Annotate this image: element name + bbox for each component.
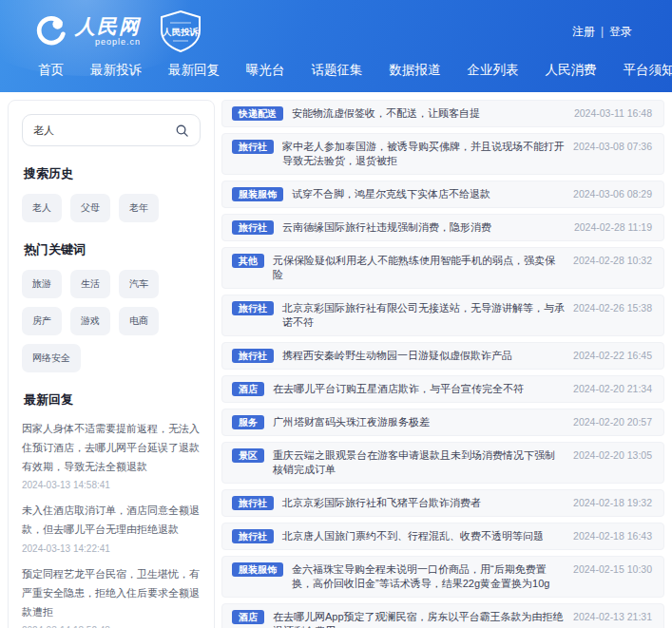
complaint-row[interactable]: 旅行社 携程西安秦岭野生动物园一日游疑似虚假欺诈产品 2024-02-22 16… — [221, 342, 664, 370]
search-box — [22, 114, 201, 146]
complaint-row[interactable]: 旅行社 云南德缘国际旅行社违规强制消费，隐形消费 2024-02-28 11:1… — [221, 214, 664, 241]
auth-links: 注册 | 登录 — [572, 24, 632, 40]
complaint-title: 安能物流虚假签收，不配送，让顾客自提 — [292, 106, 566, 121]
nav-item-latest-complaints[interactable]: 最新投诉 — [90, 62, 142, 79]
category-badge: 其他 — [232, 254, 264, 268]
keyword-tag[interactable]: 网络安全 — [22, 344, 81, 372]
complaint-row[interactable]: 酒店 在去哪儿平台订购五星酒店欺诈，与平台宣传完全不符 2024-02-20 2… — [221, 375, 664, 403]
category-badge: 服务 — [232, 415, 264, 429]
sidebar: 搜索历史 老人 父母 老年 热门关键词 旅游 生活 汽车 房产 游戏 电商 网络… — [8, 100, 215, 628]
reply-item[interactable]: 因家人身体不适需要提前返程，无法入住预订酒店，去哪儿网平台延误了退款有效期，导致… — [22, 420, 201, 490]
complaint-list: 快递配送 安能物流虚假签收，不配送，让顾客自提 2024-03-11 16:48… — [221, 100, 664, 628]
register-link[interactable]: 注册 — [572, 24, 595, 40]
search-icon[interactable] — [175, 124, 189, 138]
complaint-title: 家中老人参加泰国游，被诱导购买佛牌，并且说现场不能打开导致无法验货，退货被拒 — [282, 140, 565, 168]
hot-keyword-tags: 旅游 生活 汽车 房产 游戏 电商 网络安全 — [22, 270, 201, 372]
nav-item-latest-replies[interactable]: 最新回复 — [168, 62, 220, 79]
keyword-tag[interactable]: 汽车 — [119, 270, 159, 298]
category-badge: 旅行社 — [232, 220, 274, 235]
login-link[interactable]: 登录 — [609, 24, 632, 40]
complaint-title: 北京京彩国际旅行社和飞猪平台欺诈消费者 — [282, 496, 565, 510]
hot-keywords-title: 热门关键词 — [24, 241, 199, 258]
complaint-date: 2024-02-22 16:45 — [573, 349, 652, 363]
category-badge: 旅行社 — [232, 349, 274, 363]
history-tag[interactable]: 父母 — [70, 194, 110, 222]
complaint-date: 2024-02-20 20:57 — [573, 415, 652, 429]
category-badge: 酒店 — [232, 382, 264, 396]
category-badge: 景区 — [232, 448, 264, 463]
header: 人民网 people.cn 人民投诉 注册 | 登录 首页 最新投诉 最新回复 … — [0, 0, 672, 92]
reply-text: 未入住酒店取消订单，酒店同意全额退款，但去哪儿平台无理由拒绝退款 — [22, 502, 201, 540]
logo-title: 人民网 — [75, 16, 141, 36]
category-badge: 快递配送 — [232, 106, 283, 121]
complaint-date: 2024-02-18 16:43 — [573, 529, 652, 543]
complaint-date: 2024-02-20 13:05 — [573, 448, 652, 463]
nav-item-data-reports[interactable]: 数据报道 — [390, 62, 441, 79]
complaint-title: 在去哪儿网App预定了观澜民宿，房东以平台霸王条款为由拒绝退还剩余费用 — [273, 610, 565, 628]
nav-item-topic-collection[interactable]: 话题征集 — [312, 62, 363, 79]
complaint-date: 2024-03-08 07:36 — [573, 140, 652, 154]
complaint-row[interactable]: 其他 元保保险疑似利用老人不能熟练使用智能手机的弱点，强卖保险 2024-02-… — [221, 247, 664, 289]
reply-text: 预定同程艺龙平台民宿，卫生堪忧，有严重安全隐患，拒绝入住后要求全额退款遭拒 — [22, 565, 201, 621]
search-input[interactable] — [33, 124, 175, 136]
reply-item[interactable]: 预定同程艺龙平台民宿，卫生堪忧，有严重安全隐患，拒绝入住后要求全额退款遭拒 20… — [22, 565, 201, 628]
reply-item[interactable]: 未入住酒店取消订单，酒店同意全额退款，但去哪儿平台无理由拒绝退款 2024-03… — [22, 502, 201, 554]
keyword-tag[interactable]: 电商 — [119, 307, 159, 335]
complaint-title: 北京京彩国际旅行社有限公司无接送站，无导游讲解等，与承诺不符 — [282, 301, 565, 330]
complaint-row[interactable]: 旅行社 北京唐人国旅门票约不到、行程混乱、收费不透明等问题 2024-02-18… — [221, 523, 664, 550]
keyword-tag[interactable]: 旅游 — [22, 270, 62, 298]
logo-subtitle: people.cn — [95, 38, 141, 47]
reply-time: 2024-03-13 14:58:41 — [22, 480, 201, 490]
complaint-row[interactable]: 旅行社 北京京彩国际旅行社和飞猪平台欺诈消费者 2024-02-18 19:32 — [221, 489, 664, 517]
search-history-tags: 老人 父母 老年 — [22, 194, 201, 222]
latest-replies-title: 最新回复 — [24, 391, 199, 409]
category-badge: 旅行社 — [232, 140, 274, 154]
complaint-row[interactable]: 服务 广州塔财富码头珠江夜游服务极差 2024-02-20 20:57 — [221, 409, 664, 436]
complaint-row[interactable]: 景区 重庆云端之眼观景台在游客申请退款且未到场消费情况下强制核销完成订单 202… — [221, 442, 664, 484]
nav-item-exposure[interactable]: 曝光台 — [246, 62, 285, 79]
category-badge: 服装服饰 — [232, 187, 283, 201]
complaint-title: 金六福珠宝导购全程未说明一口价商品，用“后期免费置换，高价回收旧金”等话术诱导，… — [292, 562, 565, 591]
nav-item-people-consumption[interactable]: 人民消费 — [546, 62, 597, 79]
category-badge: 酒店 — [232, 610, 264, 624]
complaint-title: 试穿不合脚，鸿星尔克线下实体店不给退款 — [292, 187, 565, 201]
keyword-tag[interactable]: 房产 — [22, 307, 62, 335]
complaint-date: 2024-02-15 10:30 — [573, 562, 652, 577]
category-badge: 旅行社 — [232, 301, 274, 315]
peoplecn-logo[interactable]: 人民网 people.cn — [32, 13, 141, 49]
nav-item-platform-notice-label: 平台须知 — [624, 62, 672, 79]
complaint-row[interactable]: 旅行社 北京京彩国际旅行社有限公司无接送站，无导游讲解等，与承诺不符 2024-… — [221, 295, 664, 336]
peoplecn-logo-icon — [32, 13, 68, 49]
latest-replies-list: 因家人身体不适需要提前返程，无法入住预订酒店，去哪儿网平台延误了退款有效期，导致… — [22, 420, 201, 628]
page-content: 搜索历史 老人 父母 老年 热门关键词 旅游 生活 汽车 房产 游戏 电商 网络… — [0, 92, 672, 628]
complaint-date: 2024-02-20 21:34 — [573, 382, 652, 396]
complaint-row[interactable]: 服装服饰 金六福珠宝导购全程未说明一口价商品，用“后期免费置换，高价回收旧金”等… — [221, 556, 664, 598]
auth-divider: | — [601, 25, 604, 38]
complaint-date: 2024-02-18 19:32 — [573, 496, 652, 510]
complaint-title: 云南德缘国际旅行社违规强制消费，隐形消费 — [282, 220, 566, 235]
renmin-tousu-shield-badge: 人民投诉 — [156, 10, 205, 57]
search-history-title: 搜索历史 — [24, 165, 199, 182]
nav-item-company-list[interactable]: 企业列表 — [468, 62, 519, 79]
complaint-date: 2024-02-28 10:32 — [573, 254, 652, 268]
complaint-row[interactable]: 快递配送 安能物流虚假签收，不配送，让顾客自提 2024-03-11 16:48 — [221, 100, 664, 127]
category-badge: 旅行社 — [232, 529, 274, 543]
complaint-row[interactable]: 服装服饰 试穿不合脚，鸿星尔克线下实体店不给退款 2024-03-06 08:2… — [221, 181, 664, 208]
complaint-date: 2024-03-06 08:29 — [573, 187, 652, 201]
complaint-title: 携程西安秦岭野生动物园一日游疑似虚假欺诈产品 — [282, 349, 565, 363]
complaint-row[interactable]: 旅行社 家中老人参加泰国游，被诱导购买佛牌，并且说现场不能打开导致无法验货，退货… — [221, 133, 664, 175]
complaint-date: 2024-02-13 21:31 — [573, 610, 652, 624]
keyword-tag[interactable]: 游戏 — [70, 307, 110, 335]
history-tag[interactable]: 老年 — [119, 194, 159, 222]
nav-item-platform-notice[interactable]: 平台须知 — [624, 62, 672, 79]
complaint-title: 广州塔财富码头珠江夜游服务极差 — [273, 415, 565, 429]
reply-text: 因家人身体不适需要提前返程，无法入住预订酒店，去哪儿网平台延误了退款有效期，导致… — [22, 420, 201, 476]
complaint-date: 2024-03-11 16:48 — [574, 106, 652, 121]
history-tag[interactable]: 老人 — [22, 194, 62, 222]
complaint-title: 重庆云端之眼观景台在游客申请退款且未到场消费情况下强制核销完成订单 — [273, 448, 565, 477]
nav-item-home[interactable]: 首页 — [38, 62, 64, 79]
complaint-date: 2024-02-26 15:38 — [573, 301, 652, 315]
complaint-title: 北京唐人国旅门票约不到、行程混乱、收费不透明等问题 — [282, 529, 565, 543]
complaint-row[interactable]: 酒店 在去哪儿网App预定了观澜民宿，房东以平台霸王条款为由拒绝退还剩余费用 2… — [221, 603, 664, 628]
keyword-tag[interactable]: 生活 — [70, 270, 110, 298]
